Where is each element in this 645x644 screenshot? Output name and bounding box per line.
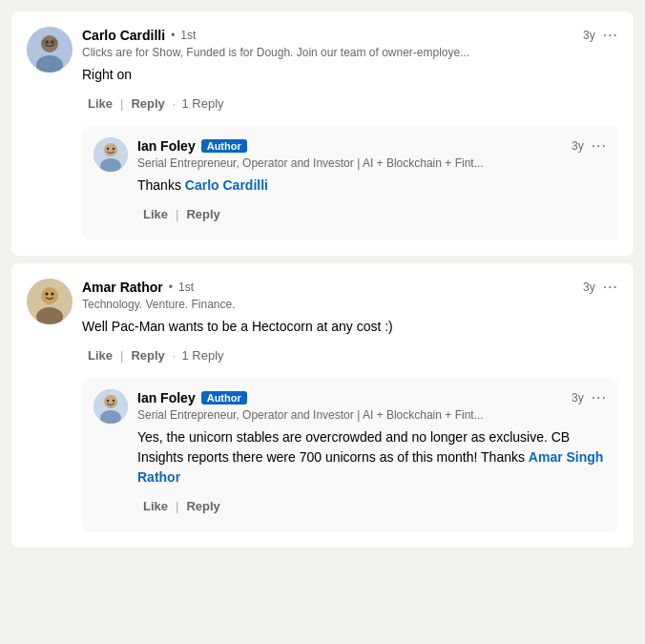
author-name-ian-2[interactable]: Ian Foley: [137, 390, 196, 405]
svg-point-21: [107, 400, 109, 402]
comment-thread-2: Amar Rathor • 1st 3y ··· Technology. Ven…: [11, 263, 634, 548]
comment-amar: Amar Rathor • 1st 3y ··· Technology. Ven…: [27, 279, 618, 366]
actions-ian-2: Like | Reply: [137, 495, 607, 517]
reply-button-amar[interactable]: Reply: [125, 344, 170, 366]
avatar-ian-1: [94, 137, 128, 172]
subtitle-ian-2: Serial Entrepreneur, Operator and Invest…: [137, 408, 607, 422]
actions-ian-1: Like | Reply: [137, 203, 607, 225]
avatar-ian-2: [94, 389, 128, 424]
nested-comment-ian-2: Ian Foley Author 3y ··· Serial Entrepren…: [82, 378, 618, 532]
comment-content-ian-2: Ian Foley Author 3y ··· Serial Entrepren…: [137, 389, 607, 517]
divider-ian-1: |: [174, 207, 180, 221]
comment-text-carlo: Right on: [82, 65, 618, 85]
comment-ian-2: Ian Foley Author 3y ··· Serial Entrepren…: [94, 389, 607, 517]
svg-point-12: [113, 148, 114, 150]
svg-point-19: [104, 395, 117, 408]
reply-count-amar[interactable]: 1 Reply: [177, 348, 223, 363]
more-options-amar[interactable]: ···: [603, 279, 618, 296]
author-name-ian-1[interactable]: Ian Foley: [137, 138, 196, 154]
author-name-carlo[interactable]: Carlo Cardilli: [82, 28, 165, 43]
divider-ian-2: |: [174, 499, 180, 513]
author-badge-ian-2: Author: [201, 391, 247, 405]
comment-text-ian-1: Thanks Carlo Cardilli: [137, 176, 607, 196]
nested-comment-ian-1: Ian Foley Author 3y ··· Serial Entrepren…: [82, 126, 618, 240]
comment-header-ian-1: Ian Foley Author 3y ···: [137, 137, 607, 155]
svg-point-4: [52, 41, 54, 44]
author-badge-ian-1: Author: [201, 139, 247, 153]
svg-point-14: [41, 287, 58, 304]
comment-content-amar: Amar Rathor • 1st 3y ··· Technology. Ven…: [82, 279, 618, 366]
timestamp-carlo: 3y: [583, 29, 595, 42]
divider-amar: |: [118, 348, 125, 363]
timestamp-amar: 3y: [583, 280, 595, 294]
timestamp-ian-1: 3y: [572, 139, 584, 153]
actions-carlo: Like | Reply · 1 Reply: [82, 93, 618, 114]
subtitle-amar: Technology. Venture. Finance.: [82, 298, 618, 311]
connection-badge-amar: 1st: [178, 280, 194, 294]
connection-badge-carlo: 1st: [180, 29, 196, 42]
comment-text-ian-2: Yes, the unicorn stables are overcrowded…: [137, 427, 607, 488]
reply-button-ian-1[interactable]: Reply: [180, 203, 225, 225]
like-button-ian-1[interactable]: Like: [137, 203, 174, 225]
reply-count-carlo[interactable]: 1 Reply: [177, 96, 223, 111]
svg-point-9: [104, 143, 117, 156]
actions-amar: Like | Reply · 1 Reply: [82, 344, 618, 366]
divider-carlo: |: [118, 96, 125, 111]
comment-header-ian-2: Ian Foley Author 3y ···: [137, 389, 607, 406]
mention-carlo[interactable]: Carlo Cardilli: [185, 177, 268, 193]
dot-carlo: ·: [171, 96, 178, 111]
like-button-carlo[interactable]: Like: [82, 93, 118, 114]
like-button-amar[interactable]: Like: [82, 344, 118, 366]
more-options-carlo[interactable]: ···: [603, 27, 618, 44]
timestamp-ian-2: 3y: [572, 391, 584, 405]
more-options-ian-1[interactable]: ···: [592, 137, 607, 155]
dot-amar: ·: [171, 348, 178, 363]
author-name-amar[interactable]: Amar Rathor: [82, 280, 163, 295]
more-options-ian-2[interactable]: ···: [592, 389, 607, 406]
svg-point-16: [46, 293, 49, 296]
svg-point-17: [52, 293, 54, 296]
comment-text-before-mention-ian-2: Yes, the unicorn stables are overcrowded…: [137, 429, 570, 465]
comment-content-carlo: Carlo Cardilli • 1st 3y ··· Clicks are f…: [82, 27, 618, 114]
comment-content-ian-1: Ian Foley Author 3y ··· Serial Entrepren…: [137, 137, 607, 225]
comment-carlo: Carlo Cardilli • 1st 3y ··· Clicks are f…: [27, 27, 618, 114]
svg-point-3: [46, 41, 49, 44]
comment-header-amar: Amar Rathor • 1st 3y ···: [82, 279, 618, 296]
svg-point-11: [107, 148, 109, 150]
avatar-carlo: [27, 27, 73, 73]
comment-thread-1: Carlo Cardilli • 1st 3y ··· Clicks are f…: [11, 11, 634, 256]
comment-ian-1: Ian Foley Author 3y ··· Serial Entrepren…: [94, 137, 607, 225]
avatar-amar: [27, 279, 73, 324]
reply-button-ian-2[interactable]: Reply: [180, 495, 225, 517]
connection-amar: •: [169, 280, 173, 294]
subtitle-ian-1: Serial Entrepreneur, Operator and Invest…: [137, 156, 607, 170]
reply-button-carlo[interactable]: Reply: [125, 93, 170, 114]
svg-point-22: [113, 400, 114, 402]
comment-header-carlo: Carlo Cardilli • 1st 3y ···: [82, 27, 618, 44]
subtitle-carlo: Clicks are for Show, Funded is for Dough…: [82, 46, 618, 59]
comment-text-amar: Well Pac-Man wants to be a Hectocorn at …: [82, 317, 618, 337]
connection-carlo: •: [171, 29, 175, 42]
like-button-ian-2[interactable]: Like: [137, 495, 174, 517]
